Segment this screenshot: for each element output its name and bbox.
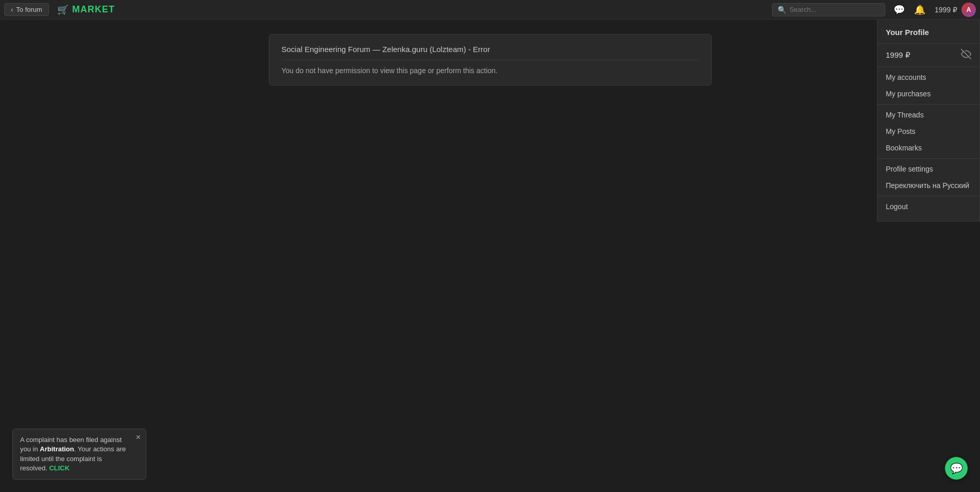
logout-item[interactable]: Logout: [878, 198, 979, 215]
chevron-left-icon: ‹: [11, 6, 13, 13]
bookmarks-item[interactable]: Bookmarks: [878, 140, 979, 156]
notifications-button[interactable]: 🔔: [912, 2, 927, 18]
logo-text: MARKET: [72, 4, 115, 15]
profile-settings-item[interactable]: Profile settings: [878, 161, 979, 177]
chat-button[interactable]: 💬: [891, 2, 907, 18]
cart-icon: 🛒: [57, 4, 69, 15]
dropdown-profile-section: Your Profile: [878, 24, 979, 44]
dropdown-logout-section: Logout: [878, 196, 979, 217]
error-card: Social Engineering Forum — Zelenka.guru …: [269, 34, 712, 86]
main-content: Social Engineering Forum — Zelenka.guru …: [259, 20, 722, 96]
toast-close-button[interactable]: ×: [136, 433, 141, 442]
nav-icons: 💬 🔔 1999 ₽ A: [891, 2, 976, 18]
my-purchases-item[interactable]: My purchases: [878, 86, 979, 102]
dropdown-section-2: My Threads My Posts Bookmarks: [878, 105, 979, 159]
switch-language-item[interactable]: Переключить на Русский: [878, 177, 979, 194]
profile-label[interactable]: Your Profile: [886, 28, 929, 37]
balance-display[interactable]: 1999 ₽ A: [935, 3, 976, 17]
dropdown-section-3: Profile settings Переключить на Русский: [878, 159, 979, 196]
chat-fab[interactable]: 💬: [945, 457, 968, 480]
avatar[interactable]: A: [961, 3, 976, 17]
my-accounts-item[interactable]: My accounts: [878, 69, 979, 86]
search-container: 🔍: [772, 3, 885, 16]
arbitration-toast: × A complaint has been filed against you…: [12, 429, 146, 480]
chat-fab-icon: 💬: [950, 462, 963, 474]
back-button[interactable]: ‹ To forum: [4, 3, 49, 16]
user-dropdown: Your Profile 1999 ₽ My accounts My purch…: [877, 20, 980, 222]
search-icon: 🔍: [778, 6, 786, 14]
dropdown-section-1: My accounts My purchases: [878, 67, 979, 105]
error-title: Social Engineering Forum — Zelenka.guru …: [282, 45, 699, 60]
back-label: To forum: [16, 6, 42, 13]
avatar-initials: A: [967, 6, 971, 13]
hide-balance-icon[interactable]: [961, 49, 971, 61]
search-input[interactable]: [789, 6, 880, 13]
dropdown-balance: 1999 ₽: [886, 50, 910, 60]
error-message: You do not have permission to view this …: [282, 66, 699, 75]
toast-arbitration-text: Arbitration: [40, 445, 74, 453]
my-posts-item[interactable]: My Posts: [878, 123, 979, 140]
balance-text: 1999 ₽: [935, 6, 957, 14]
dropdown-balance-row: 1999 ₽: [878, 44, 979, 67]
market-logo[interactable]: 🛒 MARKET: [57, 4, 115, 15]
toast-click-link[interactable]: CLICK: [49, 464, 70, 472]
my-threads-item[interactable]: My Threads: [878, 107, 979, 123]
navbar: ‹ To forum 🛒 MARKET 🔍 💬 🔔 1999 ₽ A Your …: [0, 0, 980, 20]
